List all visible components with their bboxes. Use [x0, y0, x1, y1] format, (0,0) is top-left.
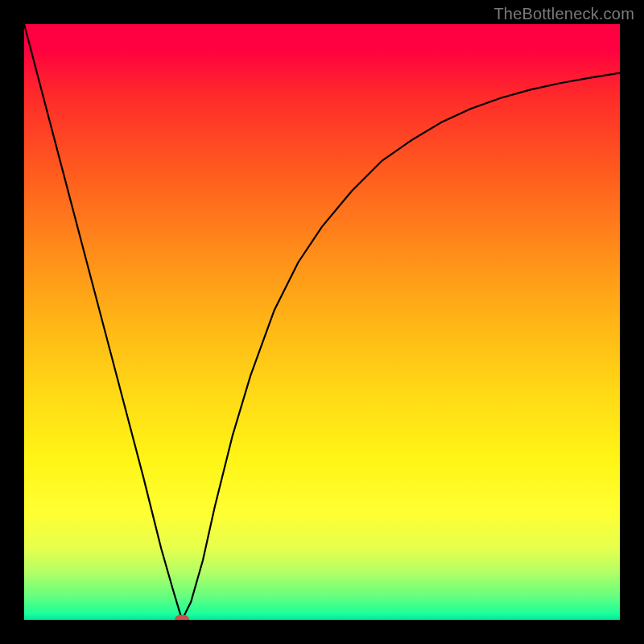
chart-frame: TheBottleneck.com — [0, 0, 644, 644]
plot-area — [24, 24, 620, 620]
bottleneck-curve — [24, 24, 620, 620]
minimum-marker — [175, 615, 189, 620]
watermark-text: TheBottleneck.com — [493, 5, 634, 23]
curve-layer — [24, 24, 620, 620]
